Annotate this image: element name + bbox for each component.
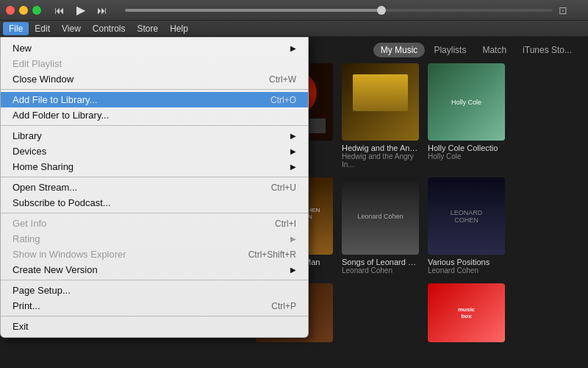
- close-button[interactable]: [6, 6, 15, 15]
- menu-print-shortcut: Ctrl+P: [271, 301, 296, 311]
- menu-open-stream-label: Open Stream...: [12, 182, 77, 193]
- menu-devices[interactable]: Devices: [1, 144, 308, 159]
- separator-1: [1, 89, 308, 90]
- menu-show-windows-explorer-label: Show in Windows Explorer: [12, 249, 126, 260]
- separator-3: [1, 177, 308, 177]
- menu-page-setup[interactable]: Page Setup...: [1, 283, 308, 298]
- menu-help[interactable]: Help: [164, 22, 194, 35]
- separator-6: [1, 316, 308, 316]
- progress-fill: [125, 9, 381, 12]
- progress-thumb: [377, 6, 386, 15]
- menu-bar: File Edit View Controls Store Help New E…: [0, 21, 588, 37]
- album-card-monkees[interactable]: musicbox: [428, 283, 505, 342]
- menu-show-windows-explorer-shortcut: Ctrl+Shift+R: [248, 250, 296, 260]
- menu-add-file[interactable]: Add File to Library... Ctrl+O: [1, 92, 308, 107]
- menu-exit[interactable]: Exit: [1, 319, 308, 334]
- transport-controls: ⏮ ▶ ⏭: [51, 1, 110, 18]
- dropdown-menu: New Edit Playlist Close Window Ctrl+W Ad…: [0, 37, 309, 338]
- album-artist-cohen-various: Leonard Cohen: [428, 266, 505, 275]
- tab-itunes-store[interactable]: iTunes Sto...: [515, 43, 579, 57]
- traffic-lights: [6, 6, 41, 15]
- menu-close-window[interactable]: Close Window Ctrl+W: [1, 71, 308, 87]
- album-title-bowie: Hedwig and the Angr...: [342, 144, 419, 152]
- progress-area[interactable]: ⊡: [125, 4, 567, 16]
- album-artist-holly: Holly Cole: [428, 152, 505, 160]
- menu-create-new-version[interactable]: Create New Version: [1, 262, 308, 277]
- menu-close-window-shortcut: Ctrl+W: [269, 74, 296, 85]
- maximize-button[interactable]: [32, 6, 41, 15]
- menu-rating: Rating: [1, 231, 308, 247]
- album-cover-cohen-various: LEONARDCOHEN: [428, 177, 505, 255]
- album-card-holly[interactable]: Holly Cole Holly Cole Collectio Holly Co…: [428, 63, 505, 169]
- minimize-button[interactable]: [19, 6, 28, 15]
- album-artist-cohen-songs: Leonard Cohen: [342, 266, 419, 275]
- app-window: ⏮ ▶ ⏭ ⊡ File Edit View Controls Store He…: [0, 0, 588, 368]
- menu-open-stream[interactable]: Open Stream... Ctrl+U: [1, 180, 308, 195]
- album-title-holly: Holly Cole Collectio: [428, 144, 505, 152]
- menu-add-file-label: Add File to Library...: [12, 94, 97, 105]
- menu-get-info: Get Info Ctrl+I: [1, 216, 308, 231]
- menu-library[interactable]: Library: [1, 128, 308, 144]
- progress-bar[interactable]: [125, 9, 553, 12]
- album-cover-monkees: musicbox: [428, 283, 505, 342]
- album-spacer-mid: [342, 283, 419, 342]
- menu-edit-playlist: Edit Playlist: [1, 56, 308, 71]
- menu-get-info-shortcut: Ctrl+I: [275, 219, 296, 229]
- album-info-holly: Holly Cole Collectio Holly Cole: [428, 144, 505, 160]
- album-info-bowie: Hedwig and the Angr... Hedwig and the An…: [342, 144, 419, 169]
- airplay-icon[interactable]: ⊡: [559, 4, 567, 16]
- album-info-cohen-songs: Songs of Leonard Coh... Leonard Cohen: [342, 258, 419, 275]
- file-dropdown: New Edit Playlist Close Window Ctrl+W Ad…: [0, 37, 309, 338]
- album-title-cohen-various: Various Positions: [428, 258, 505, 266]
- menu-controls[interactable]: Controls: [87, 22, 132, 35]
- album-card-cohen-songs[interactable]: Leonard Cohen Songs of Leonard Coh... Le…: [342, 177, 419, 275]
- menu-add-folder[interactable]: Add Folder to Library...: [1, 107, 308, 123]
- album-title-cohen-songs: Songs of Leonard Coh...: [342, 258, 419, 266]
- rewind-button[interactable]: ⏮: [51, 3, 68, 18]
- menu-get-info-label: Get Info: [12, 218, 46, 229]
- fast-forward-button[interactable]: ⏭: [94, 3, 110, 18]
- menu-subscribe-podcast[interactable]: Subscribe to Podcast...: [1, 195, 308, 210]
- album-card-bowie[interactable]: Hedwig and the Angr... Hedwig and the An…: [342, 63, 419, 169]
- album-artist-bowie: Hedwig and the Angry In...: [342, 152, 419, 169]
- play-button[interactable]: ▶: [74, 1, 88, 18]
- menu-home-sharing[interactable]: Home Sharing: [1, 159, 308, 174]
- menu-print-label: Print...: [12, 300, 40, 311]
- menu-add-file-shortcut: Ctrl+O: [270, 95, 296, 105]
- album-cover-cohen-songs: Leonard Cohen: [342, 177, 419, 255]
- album-cover-bowie: [342, 63, 419, 141]
- tab-match[interactable]: Match: [475, 43, 514, 57]
- separator-5: [1, 280, 308, 280]
- album-info-cohen-various: Various Positions Leonard Cohen: [428, 258, 505, 275]
- menu-edit[interactable]: Edit: [29, 22, 56, 35]
- separator-4: [1, 213, 308, 213]
- menu-open-stream-shortcut: Ctrl+U: [271, 183, 296, 193]
- title-bar: ⏮ ▶ ⏭ ⊡: [0, 0, 588, 21]
- menu-view[interactable]: View: [56, 22, 87, 35]
- tab-my-music[interactable]: My Music: [373, 43, 426, 57]
- menu-show-windows-explorer: Show in Windows Explorer Ctrl+Shift+R: [1, 247, 308, 262]
- menu-new[interactable]: New: [1, 40, 308, 56]
- menu-file[interactable]: File: [3, 22, 29, 35]
- separator-2: [1, 125, 308, 126]
- menu-print[interactable]: Print... Ctrl+P: [1, 298, 308, 314]
- menu-store[interactable]: Store: [132, 22, 165, 35]
- album-card-cohen-various[interactable]: LEONARDCOHEN Various Positions Leonard C…: [428, 177, 505, 275]
- menu-close-window-label: Close Window: [12, 74, 74, 85]
- album-cover-holly: Holly Cole: [428, 63, 505, 141]
- tab-playlists[interactable]: Playlists: [426, 43, 473, 57]
